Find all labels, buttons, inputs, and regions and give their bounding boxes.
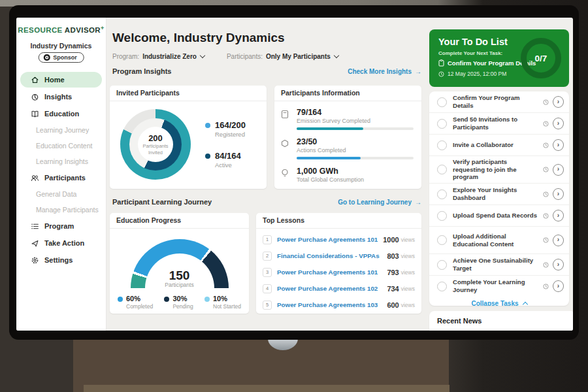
settings-icon: [31, 256, 39, 265]
program-insights-header: Program Insights Check More Insights →: [112, 67, 421, 75]
legend-registered: 164/200 Registered: [205, 120, 246, 138]
clock-icon: [438, 71, 444, 77]
sidebar-item-learning-journey[interactable]: Learning Journey: [20, 123, 102, 137]
clock-icon: [543, 167, 549, 172]
clock-icon: [543, 284, 549, 289]
lesson-row: 3 Power Purchase Agreements 101 793 view…: [263, 264, 415, 280]
task-row[interactable]: Complete Your Learning Journey ›: [429, 275, 569, 297]
task-open-button[interactable]: ›: [553, 96, 564, 108]
task-row[interactable]: Explore Your Insights Dashboard ›: [429, 183, 569, 204]
sidebar-item-settings[interactable]: Settings: [20, 252, 102, 268]
task-open-button[interactable]: ›: [553, 188, 564, 200]
lesson-row: 2 Financial Considerations - VPPAs 803 v…: [263, 248, 415, 264]
lesson-link[interactable]: Financial Considerations - VPPAs: [277, 252, 387, 259]
check-more-insights-link[interactable]: Check More Insights →: [348, 68, 421, 75]
task-open-button[interactable]: ›: [553, 280, 564, 292]
lesson-row: 1 Power Purchase Agreements 101 1000 vie…: [263, 231, 415, 248]
chevron-down-icon: [334, 53, 339, 58]
task-open-button[interactable]: ›: [553, 164, 564, 176]
clock-icon: [543, 99, 549, 105]
task-open-button[interactable]: ›: [553, 235, 564, 246]
clock-icon: [543, 213, 549, 219]
collapse-tasks-link[interactable]: Collapse Tasks: [429, 297, 569, 306]
clock-icon: [543, 121, 549, 127]
sidebar-item-home[interactable]: Home: [20, 72, 102, 88]
lesson-link[interactable]: Power Purchase Agreements 102: [277, 285, 387, 292]
dashboard-screen: RESOURCE ADVISOR+ Industry Dynamics Spon…: [16, 18, 573, 331]
task-checkbox[interactable]: [437, 282, 447, 291]
education-progress-gauge-chart: 150 Participants: [131, 239, 229, 288]
task-open-button[interactable]: ›: [553, 118, 564, 129]
top-lessons-card: Top Lessons 1 Power Purchase Agreements …: [256, 213, 421, 314]
sidebar-item-insights[interactable]: Insights: [20, 89, 102, 105]
task-row[interactable]: Invite a Collaborator ›: [429, 134, 569, 155]
program-icon: [31, 222, 39, 231]
task-open-button[interactable]: ›: [553, 139, 564, 151]
legend-dot: [205, 123, 210, 128]
education-icon: [31, 110, 39, 118]
lesson-link[interactable]: Power Purchase Agreements 101: [277, 236, 383, 243]
task-checkbox[interactable]: [437, 211, 447, 221]
sidebar-item-manage-participants[interactable]: Manage Participants: [20, 203, 102, 217]
task-row[interactable]: Upload Additional Educational Content ›: [429, 226, 569, 253]
sidebar-item-general-data[interactable]: General Data: [20, 187, 102, 201]
lesson-row: 4 Power Purchase Agreements 102 734 view…: [263, 280, 415, 297]
participants-icon: [31, 174, 39, 182]
lesson-row: 5 Power Purchase Agreements 103 600 view…: [263, 297, 415, 313]
stat-total-consumption: 1,000 GWh Total Global Consumption: [281, 167, 414, 183]
legend-dot: [205, 154, 210, 159]
participants-information-card: Participants Information 79/164 Emission…: [274, 86, 421, 189]
legend-active: 84/164 Active: [205, 151, 246, 169]
learning-journey-header: Participant Learning Journey Go to Learn…: [112, 198, 421, 206]
legend-dot: [204, 297, 210, 302]
task-row[interactable]: Send 50 Invitations to Participants ›: [429, 112, 569, 134]
chevron-up-icon: [522, 302, 527, 306]
sidebar-item-take-action[interactable]: Take Action: [20, 235, 102, 251]
task-row[interactable]: Achieve One Sustainability Target ›: [429, 253, 569, 275]
task-checkbox[interactable]: [437, 260, 447, 270]
sponsor-badge[interactable]: Sponsor: [38, 52, 84, 63]
task-checkbox[interactable]: [437, 235, 447, 245]
take-action-icon: [31, 239, 39, 248]
task-row[interactable]: Confirm Your Program Details ›: [429, 91, 569, 112]
chevron-down-icon: [200, 53, 205, 58]
sidebar-item-education-content[interactable]: Education Content: [20, 139, 102, 153]
task-row[interactable]: Upload Spend Data Records ›: [429, 204, 569, 226]
consumption-icon: [281, 167, 291, 183]
app-logo: RESOURCE ADVISOR+: [16, 25, 106, 34]
clock-icon: [543, 237, 549, 243]
task-list-card: Confirm Your Program Details › Send 50 I…: [429, 91, 569, 306]
task-checkbox[interactable]: [437, 97, 447, 107]
sidebar-item-program[interactable]: Program: [20, 218, 102, 234]
task-open-button[interactable]: ›: [553, 259, 564, 270]
sidebar-item-participants[interactable]: Participants: [20, 170, 102, 186]
monitor-bezel: RESOURCE ADVISOR+ Industry Dynamics Spon…: [9, 5, 579, 340]
todo-panel: Your To Do List Complete Your Next Task:…: [428, 18, 573, 331]
task-checkbox[interactable]: [437, 119, 447, 129]
task-open-button[interactable]: ›: [553, 210, 564, 221]
sidebar-item-education[interactable]: Education: [20, 106, 102, 122]
task-checkbox[interactable]: [437, 189, 447, 199]
task-row[interactable]: Verify participants requesting to join t…: [429, 155, 569, 183]
program-filter[interactable]: Program:Industrialize Zero: [112, 52, 204, 60]
arrow-right-icon: →: [415, 199, 421, 206]
emission-survey-progress-bar: [297, 127, 414, 130]
lesson-link[interactable]: Power Purchase Agreements 103: [277, 301, 387, 308]
legend-pending: 30% Pending: [164, 295, 193, 310]
recent-news-card: Recent News: [429, 311, 573, 331]
sidebar-nav: Home Insights Education Learning Journey…: [16, 71, 106, 269]
participants-filter[interactable]: Participants:Only My Participants: [227, 52, 338, 60]
home-icon: [31, 76, 39, 84]
task-checkbox[interactable]: [437, 165, 447, 174]
go-to-learning-journey-link[interactable]: Go to Learning Journey →: [338, 199, 421, 206]
legend-dot: [164, 297, 169, 302]
legend-not-started: 10% Not Started: [204, 295, 241, 310]
sidebar-item-learning-insights[interactable]: Learning Insights: [20, 154, 102, 169]
sponsor-icon: [43, 54, 50, 61]
arrow-right-icon: →: [415, 68, 421, 75]
lesson-link[interactable]: Power Purchase Agreements 101: [277, 269, 387, 276]
invited-participants-donut-chart: 200 Participants Invited: [120, 109, 191, 180]
donut-legend: 164/200 Registered 84/164 Active: [205, 120, 246, 169]
stat-emission-survey: 79/164 Emission Survey Completed: [281, 108, 414, 130]
task-checkbox[interactable]: [437, 140, 447, 150]
